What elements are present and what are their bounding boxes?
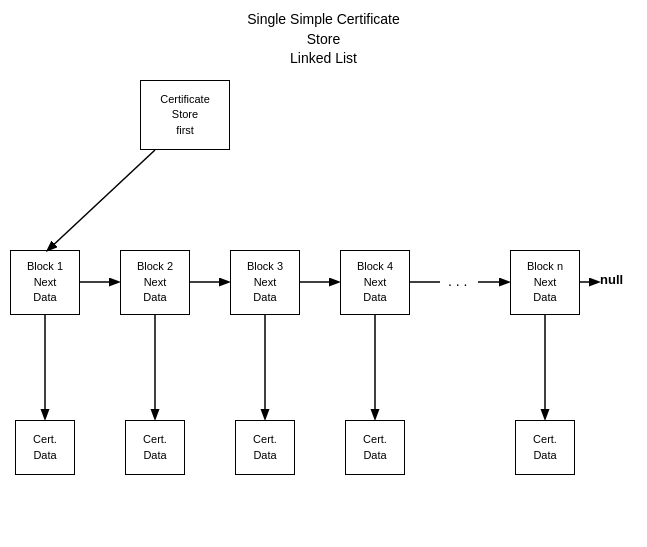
svg-text:. . .: . . . — [448, 273, 467, 289]
svg-line-0 — [48, 150, 155, 250]
block4-box: Block 4NextData — [340, 250, 410, 315]
certn-box: Cert.Data — [515, 420, 575, 475]
cert3-box: Cert.Data — [235, 420, 295, 475]
block2-box: Block 2NextData — [120, 250, 190, 315]
null-label: null — [600, 272, 623, 287]
blockn-box: Block nNextData — [510, 250, 580, 315]
diagram: Single Simple Certificate Store Linked L… — [0, 0, 647, 547]
block1-box: Block 1NextData — [10, 250, 80, 315]
cert-store-box: Certificate Store first — [140, 80, 230, 150]
cert2-box: Cert.Data — [125, 420, 185, 475]
block3-box: Block 3NextData — [230, 250, 300, 315]
diagram-title: Single Simple Certificate Store Linked L… — [0, 10, 647, 69]
cert4-box: Cert.Data — [345, 420, 405, 475]
cert1-box: Cert.Data — [15, 420, 75, 475]
